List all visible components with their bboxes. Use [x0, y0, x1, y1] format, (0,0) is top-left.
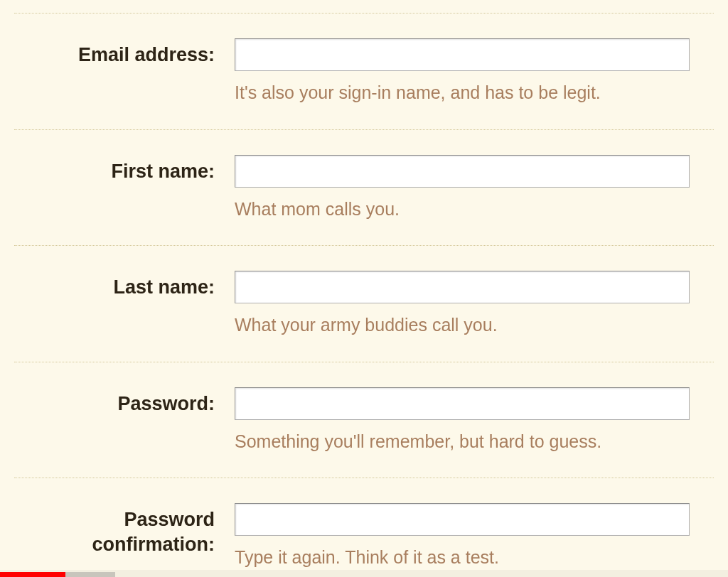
input-col: What your army buddies call you.: [235, 271, 714, 337]
email-label: Email address:: [78, 44, 215, 65]
email-row: Email address: It's also your sign-in na…: [14, 13, 714, 130]
last-name-helper: What your army buddies call you.: [235, 313, 700, 337]
video-progress-bar[interactable]: [0, 570, 728, 577]
last-name-label: Last name:: [113, 276, 215, 298]
email-helper: It's also your sign-in name, and has to …: [235, 81, 700, 104]
video-progress-buffered: [65, 572, 115, 577]
label-col: Last name:: [14, 271, 235, 300]
input-col: Something you'll remember, but hard to g…: [235, 387, 714, 453]
password-helper: Something you'll remember, but hard to g…: [235, 430, 700, 453]
first-name-input[interactable]: [235, 155, 690, 188]
video-progress-played: [0, 572, 65, 577]
input-col: What mom calls you.: [235, 155, 714, 221]
label-col: Password:: [14, 387, 235, 416]
last-name-input[interactable]: [235, 271, 690, 303]
password-confirmation-helper: Type it again. Think of it as a test.: [235, 546, 700, 569]
input-col: It's also your sign-in name, and has to …: [235, 38, 714, 104]
first-name-label: First name:: [111, 161, 215, 182]
email-input[interactable]: [235, 38, 690, 71]
password-confirmation-input[interactable]: [235, 503, 690, 536]
password-row: Password: Something you'll remember, but…: [14, 362, 714, 479]
password-input[interactable]: [235, 387, 690, 420]
password-label: Password:: [117, 393, 215, 414]
signup-form: Email address: It's also your sign-in na…: [0, 13, 728, 577]
password-confirmation-row: Password confirmation: Type it again. Th…: [14, 478, 714, 577]
first-name-row: First name: What mom calls you.: [14, 130, 714, 247]
first-name-helper: What mom calls you.: [235, 198, 700, 221]
label-col: Email address:: [14, 38, 235, 68]
input-col: Type it again. Think of it as a test.: [235, 503, 714, 569]
label-col: Password confirmation:: [14, 503, 235, 557]
last-name-row: Last name: What your army buddies call y…: [14, 246, 714, 362]
password-confirmation-label: Password confirmation:: [92, 509, 215, 555]
label-col: First name:: [14, 155, 235, 184]
